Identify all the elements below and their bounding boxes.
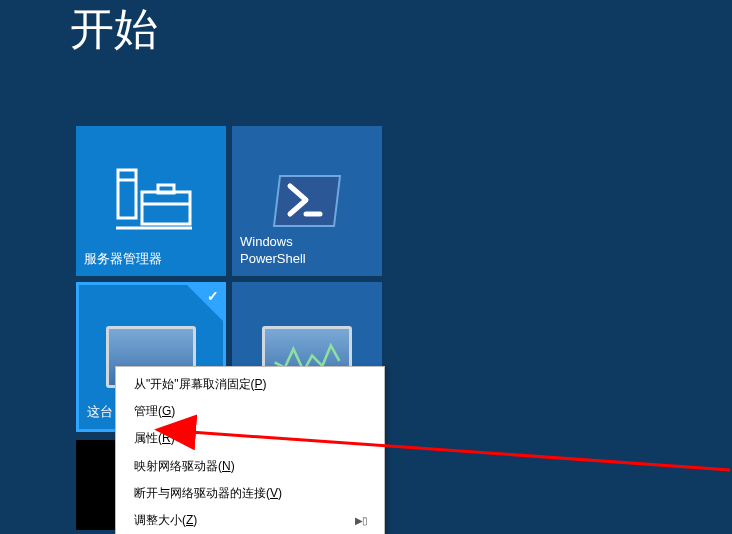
menu-disconnect-drive[interactable]: 断开与网络驱动器的连接(V): [116, 480, 384, 507]
chevron-right-icon: ▶ ▯: [355, 513, 366, 529]
menu-unpin[interactable]: 从"开始"屏幕取消固定(P): [116, 371, 384, 398]
menu-resize[interactable]: 调整大小(Z) ▶ ▯: [116, 507, 384, 534]
menu-manage[interactable]: 管理(G): [116, 398, 384, 425]
svg-rect-2: [142, 192, 190, 224]
powershell-icon: [232, 126, 382, 276]
tile-server-manager[interactable]: 服务器管理器: [76, 126, 226, 276]
server-manager-icon: [76, 126, 226, 276]
svg-rect-0: [118, 170, 136, 218]
menu-map-drive[interactable]: 映射网络驱动器(N): [116, 453, 384, 480]
start-title: 开始: [70, 0, 158, 59]
context-menu: 从"开始"屏幕取消固定(P) 管理(G) 属性(R) 映射网络驱动器(N) 断开…: [115, 366, 385, 534]
tile-powershell[interactable]: Windows PowerShell: [232, 126, 382, 276]
menu-properties[interactable]: 属性(R): [116, 425, 384, 452]
svg-rect-4: [158, 185, 174, 193]
